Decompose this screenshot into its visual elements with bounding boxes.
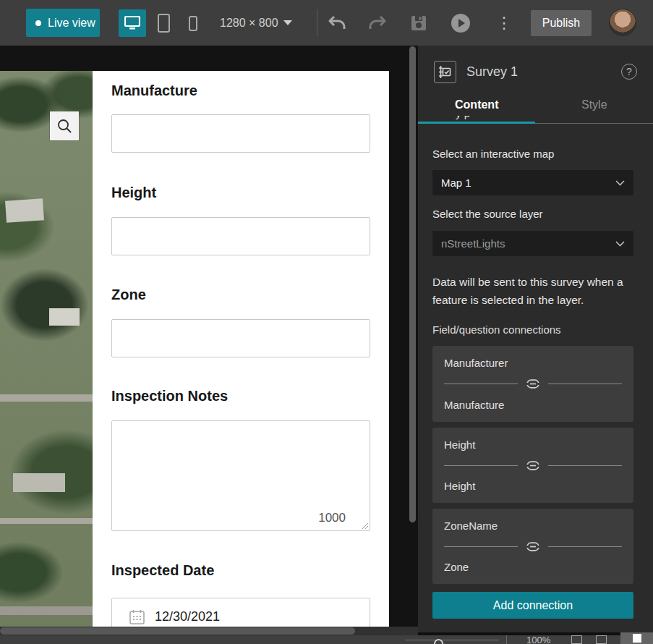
map-select-label: Select an interactive map xyxy=(432,148,554,160)
connections-label: Field/question connections xyxy=(432,323,561,336)
desktop-icon xyxy=(124,16,140,30)
connection-question: Zone xyxy=(444,561,622,573)
map-select-dropdown[interactable]: Map 1 xyxy=(432,170,633,195)
preview-play-button[interactable] xyxy=(449,12,472,35)
survey-widget-icon xyxy=(434,61,456,83)
widget-settings-panel: Survey 1 ? Content Style y p Select an i… xyxy=(418,46,653,632)
help-icon: ? xyxy=(626,66,632,77)
connection-card[interactable]: ZoneName Zone xyxy=(432,509,633,584)
resize-grip-icon[interactable] xyxy=(361,522,368,529)
link-icon xyxy=(524,379,542,389)
save-icon xyxy=(410,14,427,32)
map-building xyxy=(5,198,44,223)
help-button[interactable]: ? xyxy=(621,64,637,80)
layer-select-dropdown[interactable]: nStreetLights xyxy=(432,231,633,256)
connection-row xyxy=(444,461,622,470)
connector-line xyxy=(548,546,622,547)
map-road xyxy=(0,394,93,402)
canvas-vertical-scrollbar[interactable] xyxy=(409,46,416,522)
map-building xyxy=(13,473,65,492)
search-icon xyxy=(56,118,72,134)
caret-down-icon xyxy=(283,20,292,25)
design-canvas: Manufacture Height Zone Inspection Notes… xyxy=(0,46,418,635)
live-dot-icon xyxy=(35,20,41,26)
connector-line xyxy=(444,465,518,466)
canvas-horizontal-scrollbar[interactable] xyxy=(0,627,355,635)
redo-icon xyxy=(368,14,387,32)
survey-form-preview: Manufacture Height Zone Inspection Notes… xyxy=(93,71,389,628)
connector-line xyxy=(444,384,518,384)
map-road xyxy=(0,518,93,524)
user-avatar[interactable] xyxy=(609,9,636,36)
connection-row xyxy=(444,379,622,389)
live-view-label: Live view xyxy=(48,17,95,30)
map-building xyxy=(49,308,80,326)
inspected-date-value: 12/30/2021 xyxy=(155,609,220,624)
inspection-notes-wrap: 1000 xyxy=(111,420,370,531)
panel-toggle-button[interactable] xyxy=(620,632,653,644)
layer-select-value: nStreetLights xyxy=(441,237,505,250)
actual-size-icon[interactable] xyxy=(596,635,607,644)
map-road xyxy=(0,606,93,615)
chevron-down-icon xyxy=(615,180,625,186)
field-label-inspection-notes: Inspection Notes xyxy=(111,388,228,404)
field-label-height: Height xyxy=(111,185,156,201)
map-search-button[interactable] xyxy=(50,111,79,140)
map-select-value: Map 1 xyxy=(441,177,471,189)
map-widget-preview[interactable] xyxy=(0,71,93,628)
field-label-manufacture: Manufacture xyxy=(111,82,197,99)
active-tab-underline xyxy=(418,122,535,124)
zoom-slider-handle[interactable] xyxy=(434,639,443,644)
connection-field: Manufacturer xyxy=(444,357,622,369)
chevron-down-icon xyxy=(615,241,625,247)
publish-button[interactable]: Publish xyxy=(531,10,592,36)
canvas-horizontal-scrollbar-track xyxy=(0,627,418,635)
undo-icon xyxy=(328,14,346,32)
connection-question: Manufacture xyxy=(444,399,622,411)
undo-button[interactable] xyxy=(325,12,349,35)
redo-button[interactable] xyxy=(366,12,389,35)
connector-line xyxy=(548,384,622,384)
connector-line xyxy=(444,546,518,547)
fit-view-icon[interactable] xyxy=(571,635,582,644)
phone-icon xyxy=(189,16,197,31)
device-phone-button[interactable] xyxy=(179,9,207,37)
device-desktop-button[interactable] xyxy=(119,9,146,37)
layer-select-label: Select the source layer xyxy=(432,208,543,220)
top-toolbar: Live view 1280 × 800 xyxy=(0,0,653,46)
connector-line xyxy=(548,465,622,466)
kebab-icon: ⋮ xyxy=(496,15,512,31)
zone-input[interactable] xyxy=(111,319,370,357)
add-connection-button[interactable]: Add connection xyxy=(432,592,633,619)
inspected-date-input[interactable]: 12/30/2021 xyxy=(111,598,370,628)
panel-title: Survey 1 xyxy=(466,64,518,80)
app-window: Live view 1280 × 800 xyxy=(0,0,653,644)
screen-size-dropdown[interactable]: 1280 × 800 xyxy=(220,0,292,46)
height-input[interactable] xyxy=(111,217,370,255)
zoom-level-value: 100% xyxy=(526,635,550,644)
live-view-button[interactable]: Live view xyxy=(26,9,100,37)
device-tablet-button[interactable] xyxy=(150,9,177,37)
connection-card[interactable]: Manufacturer Manufacture xyxy=(432,346,633,422)
panel-header: Survey 1 ? xyxy=(418,46,653,98)
more-options-button[interactable]: ⋮ xyxy=(492,12,516,35)
scrolled-clipped-text: y p xyxy=(456,116,550,122)
screen-size-value: 1280 × 800 xyxy=(220,17,278,30)
connection-field: Height xyxy=(444,438,622,451)
play-icon xyxy=(451,13,471,33)
link-icon xyxy=(524,542,542,551)
panel-info-text: Data will be sent to this survey when a … xyxy=(432,273,632,309)
toolbar-divider xyxy=(317,9,317,36)
zoom-slider-track xyxy=(405,640,499,640)
save-button[interactable] xyxy=(407,12,430,35)
field-label-zone: Zone xyxy=(111,287,146,303)
connection-card[interactable]: Height Height xyxy=(432,428,633,503)
manufacture-input[interactable] xyxy=(111,114,370,153)
tab-style[interactable]: Style xyxy=(536,98,653,123)
connection-field: ZoneName xyxy=(444,520,622,532)
connection-row xyxy=(444,542,622,551)
statusbar-divider xyxy=(506,635,507,644)
bottom-status-bar: 100% xyxy=(0,635,653,644)
field-label-inspected-date: Inspected Date xyxy=(111,562,214,579)
panel-toggle-icon xyxy=(633,634,641,643)
